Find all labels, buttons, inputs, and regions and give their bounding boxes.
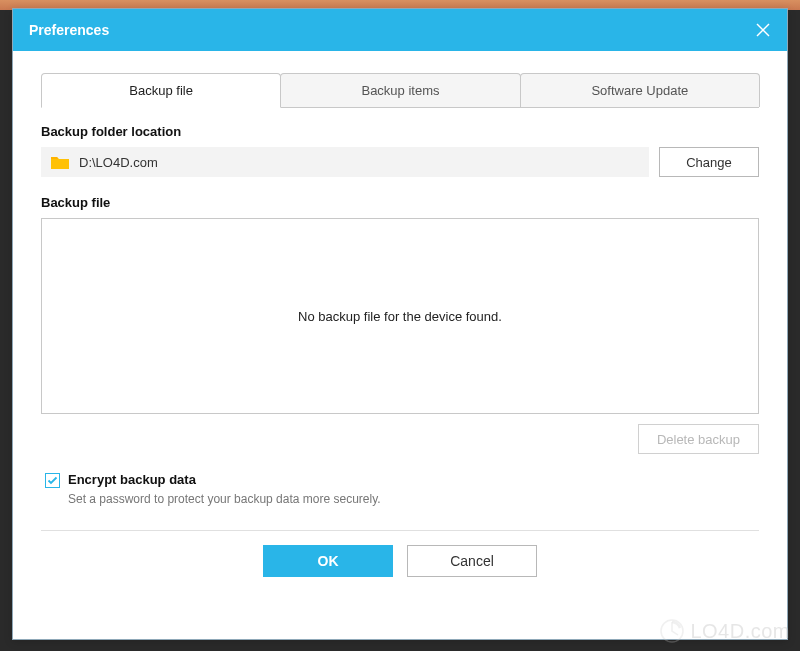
folder-path-display: D:\LO4D.com xyxy=(41,147,649,177)
content-area: Backup file Backup items Software Update… xyxy=(13,51,787,595)
tabs-container: Backup file Backup items Software Update xyxy=(41,73,759,108)
folder-row: D:\LO4D.com Change xyxy=(41,147,759,177)
ok-button[interactable]: OK xyxy=(263,545,393,577)
encrypt-label[interactable]: Encrypt backup data xyxy=(68,472,196,487)
titlebar: Preferences xyxy=(13,9,787,51)
footer-buttons: OK Cancel xyxy=(41,530,759,577)
folder-location-label: Backup folder location xyxy=(41,124,759,139)
tab-backup-file[interactable]: Backup file xyxy=(41,73,281,108)
encrypt-row: Encrypt backup data xyxy=(45,472,759,488)
encrypt-checkbox[interactable] xyxy=(45,473,60,488)
folder-icon xyxy=(51,155,69,170)
preferences-window: Preferences Backup file Backup items Sof… xyxy=(12,8,788,640)
backup-empty-message: No backup file for the device found. xyxy=(298,309,502,324)
tab-software-update[interactable]: Software Update xyxy=(520,73,760,107)
folder-path-text: D:\LO4D.com xyxy=(79,155,158,170)
delete-row: Delete backup xyxy=(41,424,759,454)
tab-backup-items[interactable]: Backup items xyxy=(280,73,520,107)
backup-file-listbox: No backup file for the device found. xyxy=(41,218,759,414)
window-title: Preferences xyxy=(29,22,109,38)
close-icon xyxy=(756,23,770,37)
change-button[interactable]: Change xyxy=(659,147,759,177)
encrypt-description: Set a password to protect your backup da… xyxy=(68,492,759,506)
check-icon xyxy=(47,475,58,486)
cancel-button[interactable]: Cancel xyxy=(407,545,537,577)
close-button[interactable] xyxy=(739,9,787,51)
delete-backup-button: Delete backup xyxy=(638,424,759,454)
backup-file-label: Backup file xyxy=(41,195,759,210)
